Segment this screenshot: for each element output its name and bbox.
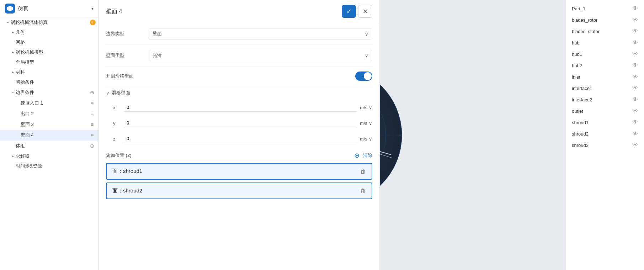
right-item-shroud3[interactable]: shroud3 👁 bbox=[566, 139, 644, 151]
sidebar-item-timestep[interactable]: · 时间步&资源 bbox=[0, 161, 99, 171]
sidebar-item-mesh[interactable]: · 网格 bbox=[0, 37, 99, 47]
sidebar-title: 仿真 bbox=[18, 5, 89, 12]
sidebar-item-init-cond[interactable]: · 初始条件 bbox=[0, 77, 99, 87]
add-body-group-btn[interactable]: ⊕ bbox=[89, 142, 96, 149]
tree-toggle-turbine-model[interactable]: + bbox=[10, 49, 16, 55]
x-input[interactable] bbox=[124, 103, 357, 112]
eye-icon-inlet[interactable]: 👁 bbox=[633, 74, 638, 80]
right-item-label-hub1: hub1 bbox=[572, 52, 582, 57]
sidebar-item-material[interactable]: + 材料 bbox=[0, 67, 99, 77]
tree-toggle-material[interactable]: + bbox=[10, 69, 16, 75]
z-unit-arrow[interactable]: ∨ bbox=[369, 136, 372, 142]
tree-label-wall3: 壁面 3 bbox=[21, 121, 89, 128]
sliding-wall-toggle[interactable] bbox=[355, 72, 372, 81]
right-item-shroud1[interactable]: shroud1 👁 bbox=[566, 117, 644, 128]
eye-icon-interface2[interactable]: 👁 bbox=[633, 96, 638, 103]
y-unit-label: m/s bbox=[360, 121, 367, 126]
cancel-button[interactable]: ✕ bbox=[358, 5, 372, 18]
panel-title: 壁面 4 bbox=[106, 8, 122, 15]
eye-icon-shroud1[interactable]: 👁 bbox=[633, 119, 638, 126]
tree-toggle-turbine-sim[interactable]: − bbox=[5, 20, 11, 25]
sidebar-item-global-model[interactable]: · 全局模型 bbox=[0, 57, 99, 67]
tree-label-outlet2: 出口 2 bbox=[21, 111, 89, 117]
eye-icon-hub1[interactable]: 👁 bbox=[633, 51, 638, 57]
eye-icon-shroud3[interactable]: 👁 bbox=[633, 142, 638, 148]
right-panel: Part_1 👁 blades_rotor 👁 blades_stator 👁 … bbox=[566, 0, 644, 270]
wall-type-select[interactable]: 光滑 ∨ bbox=[149, 50, 372, 61]
menu-velocity-inlet[interactable]: ≡ bbox=[89, 100, 96, 107]
sidebar-item-outlet2[interactable]: · 出口 2 ≡ bbox=[0, 108, 99, 119]
menu-wall4[interactable]: ≡ bbox=[89, 132, 96, 139]
right-item-hub1[interactable]: hub1 👁 bbox=[566, 48, 644, 60]
eye-icon-blades-stator[interactable]: 👁 bbox=[633, 28, 638, 35]
panel-body: 边界类型 壁面 ∨ 壁面类型 光滑 ∨ 开启滑移壁面 bbox=[99, 23, 379, 199]
tree-label-solver: 求解器 bbox=[16, 153, 96, 159]
right-item-outlet[interactable]: outlet 👁 bbox=[566, 105, 644, 117]
app-icon bbox=[5, 4, 15, 14]
y-unit: m/s ∨ bbox=[360, 121, 372, 126]
y-input[interactable] bbox=[124, 119, 357, 127]
tree-label-init-cond: 初始条件 bbox=[16, 79, 96, 85]
add-boundary-btn[interactable]: ⊕ bbox=[89, 89, 96, 96]
right-item-hub[interactable]: hub 👁 bbox=[566, 37, 644, 48]
eye-icon-hub2[interactable]: 👁 bbox=[633, 62, 638, 69]
eye-icon-interface1[interactable]: 👁 bbox=[633, 85, 638, 91]
eye-icon-blades-rotor[interactable]: 👁 bbox=[633, 17, 638, 23]
tree-toggle-geometry[interactable]: + bbox=[10, 30, 16, 35]
delete-shroud2-btn[interactable]: 🗑 bbox=[360, 188, 366, 194]
right-item-shroud2[interactable]: shroud2 👁 bbox=[566, 128, 644, 139]
tree-label-velocity-inlet: 速度入口 1 bbox=[21, 100, 89, 106]
tree-label-wall4: 壁面 4 bbox=[21, 132, 89, 138]
sidebar-item-boundary-cond[interactable]: − 边界条件 ⊕ bbox=[0, 87, 99, 98]
y-label: y bbox=[113, 121, 124, 126]
eye-icon-hub[interactable]: 👁 bbox=[633, 39, 638, 46]
tree-label-material: 材料 bbox=[16, 69, 96, 75]
x-row: x m/s ∨ bbox=[106, 100, 372, 115]
confirm-button[interactable]: ✓ bbox=[342, 5, 356, 18]
right-item-label-shroud3: shroud3 bbox=[572, 143, 589, 148]
right-item-part1[interactable]: Part_1 👁 bbox=[566, 3, 644, 14]
eye-icon-part1[interactable]: 👁 bbox=[633, 5, 638, 12]
right-item-label-hub2: hub2 bbox=[572, 63, 582, 68]
sidebar-item-geometry[interactable]: + 几何 bbox=[0, 27, 99, 37]
toggle-knob bbox=[364, 72, 372, 80]
right-item-label-interface2: interface2 bbox=[572, 97, 592, 102]
tree-toggle-boundary-cond[interactable]: − bbox=[10, 90, 16, 95]
tree-label-mesh: 网格 bbox=[16, 39, 96, 46]
sliding-wall-section[interactable]: ∨ 滑移壁面 bbox=[106, 86, 372, 100]
wall-type-arrow: ∨ bbox=[365, 53, 368, 58]
location-actions: ⊕ 清除 bbox=[354, 152, 372, 159]
x-unit-arrow[interactable]: ∨ bbox=[369, 105, 372, 110]
sidebar-item-turbine-model[interactable]: + 涡轮机械模型 bbox=[0, 47, 99, 57]
tree-toggle-solver[interactable]: + bbox=[10, 153, 16, 159]
boundary-type-select[interactable]: 壁面 ∨ bbox=[149, 28, 372, 39]
sidebar-item-turbine-sim[interactable]: − 涡轮机械流体仿真 ! bbox=[0, 17, 99, 27]
y-unit-arrow[interactable]: ∨ bbox=[369, 121, 372, 126]
z-unit-label: m/s bbox=[360, 136, 367, 142]
right-item-blades-rotor[interactable]: blades_rotor 👁 bbox=[566, 14, 644, 26]
eye-icon-outlet[interactable]: 👁 bbox=[633, 108, 638, 114]
tree-label-global-model: 全局模型 bbox=[16, 59, 96, 65]
clear-location-btn[interactable]: 清除 bbox=[363, 152, 372, 159]
add-location-btn[interactable]: ⊕ bbox=[354, 152, 360, 159]
right-item-interface2[interactable]: interface2 👁 bbox=[566, 94, 644, 105]
sidebar-item-velocity-inlet[interactable]: · 速度入口 1 ≡ bbox=[0, 98, 99, 108]
sidebar-item-wall3[interactable]: · 壁面 3 ≡ bbox=[0, 119, 99, 130]
sidebar-item-wall4[interactable]: · 壁面 4 ≡ bbox=[0, 130, 99, 141]
svg-point-36 bbox=[399, 134, 400, 136]
right-item-interface1[interactable]: interface1 👁 bbox=[566, 83, 644, 94]
right-item-label-shroud2: shroud2 bbox=[572, 131, 589, 137]
sidebar-item-solver[interactable]: + 求解器 bbox=[0, 151, 99, 161]
sidebar-item-body-group[interactable]: · 体组 ⊕ bbox=[0, 141, 99, 151]
sidebar-dropdown-arrow[interactable]: ▾ bbox=[91, 6, 94, 11]
delete-shroud1-btn[interactable]: 🗑 bbox=[360, 168, 366, 175]
z-input[interactable] bbox=[124, 134, 357, 143]
eye-icon-shroud2[interactable]: 👁 bbox=[633, 131, 638, 137]
menu-wall3[interactable]: ≡ bbox=[89, 121, 96, 128]
right-item-hub2[interactable]: hub2 👁 bbox=[566, 60, 644, 71]
panel-actions: ✓ ✕ bbox=[342, 5, 372, 18]
sliding-wall-toggle-label: 开启滑移壁面 bbox=[106, 73, 355, 79]
right-item-blades-stator[interactable]: blades_stator 👁 bbox=[566, 26, 644, 37]
menu-outlet2[interactable]: ≡ bbox=[89, 110, 96, 117]
right-item-inlet[interactable]: inlet 👁 bbox=[566, 71, 644, 83]
